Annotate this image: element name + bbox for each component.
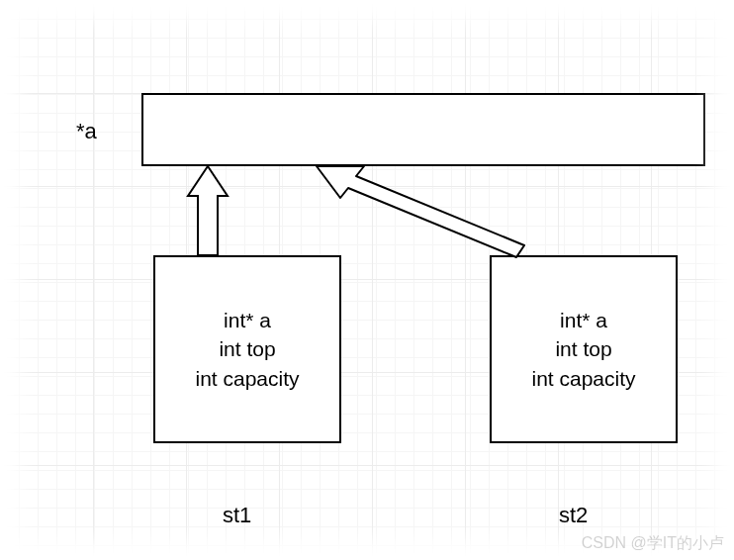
struct-st2-line3: int capacity (492, 364, 676, 393)
svg-marker-0 (188, 166, 228, 255)
arrow-st2-to-memory (307, 148, 534, 267)
svg-marker-1 (317, 166, 524, 257)
pointer-a-label: *a (76, 119, 97, 144)
st1-label: st1 (223, 503, 251, 528)
arrow-st1-to-memory (188, 166, 228, 257)
struct-box-st2: int* a int top int capacity (490, 255, 678, 443)
struct-st2-line1: int* a (492, 306, 676, 334)
st2-label: st2 (559, 503, 588, 528)
struct-st1-line3: int capacity (155, 364, 339, 393)
struct-st2-line2: int top (492, 334, 676, 363)
struct-box-st1: int* a int top int capacity (153, 255, 341, 443)
struct-st1-content: int* a int top int capacity (155, 306, 339, 393)
struct-st1-line2: int top (155, 334, 339, 363)
struct-st1-line1: int* a (155, 306, 339, 334)
struct-st2-content: int* a int top int capacity (492, 306, 676, 393)
